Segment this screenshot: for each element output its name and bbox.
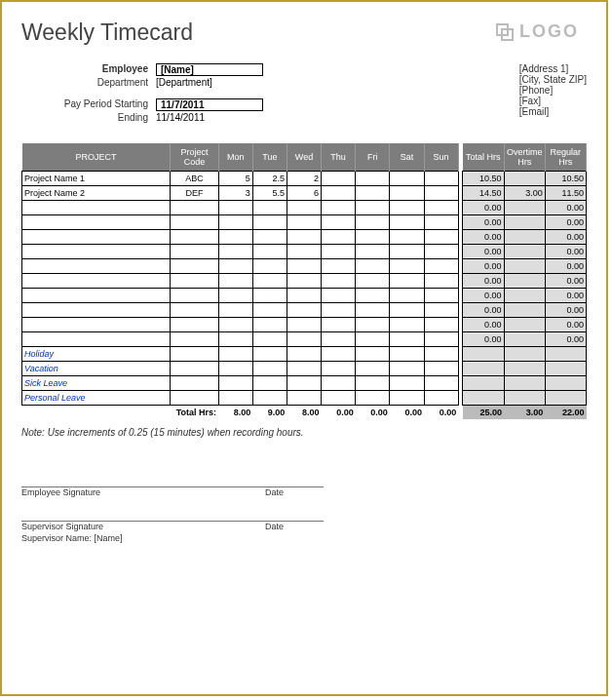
cell-hours[interactable]	[356, 391, 390, 406]
cell-hours[interactable]	[356, 274, 390, 289]
cell-project-name[interactable]	[22, 332, 171, 347]
cell-hours[interactable]	[322, 347, 356, 362]
cell-hours[interactable]	[218, 376, 252, 391]
cell-project-name[interactable]	[22, 289, 171, 303]
cell-hours[interactable]	[252, 215, 287, 230]
cell-hours[interactable]	[218, 201, 252, 215]
cell-hours[interactable]: 5.5	[252, 186, 287, 201]
cell-hours[interactable]	[252, 230, 287, 245]
cell-hours[interactable]	[287, 215, 321, 230]
cell-overtime[interactable]	[504, 332, 545, 347]
cell-project-code[interactable]	[171, 215, 218, 230]
cell-hours[interactable]	[424, 391, 458, 406]
cell-hours[interactable]	[322, 186, 356, 201]
cell-hours[interactable]	[424, 332, 458, 347]
cell-project-name[interactable]	[22, 259, 171, 274]
cell-project-name[interactable]	[22, 230, 171, 245]
cell-project-name[interactable]	[22, 245, 171, 259]
cell-hours[interactable]	[322, 303, 356, 318]
supervisor-signature-line[interactable]: Supervisor Signature Date	[21, 521, 324, 531]
cell-overtime[interactable]	[504, 259, 545, 274]
cell-hours[interactable]	[218, 318, 252, 332]
cell-hours[interactable]	[390, 201, 424, 215]
cell-hours[interactable]	[390, 362, 424, 376]
cell-overtime[interactable]	[504, 172, 545, 186]
cell-hours[interactable]	[356, 172, 390, 186]
cell-hours[interactable]	[322, 245, 356, 259]
cell-hours[interactable]	[322, 172, 356, 186]
cell-hours[interactable]	[252, 245, 287, 259]
cell-hours[interactable]	[252, 376, 287, 391]
cell-project-code[interactable]	[171, 245, 218, 259]
cell-overtime[interactable]	[504, 245, 545, 259]
cell-hours[interactable]	[390, 186, 424, 201]
cell-hours[interactable]	[322, 318, 356, 332]
cell-project-code[interactable]	[171, 362, 218, 376]
cell-hours[interactable]	[218, 259, 252, 274]
cell-hours[interactable]	[390, 245, 424, 259]
cell-hours[interactable]	[322, 332, 356, 347]
cell-hours[interactable]	[252, 274, 287, 289]
cell-hours[interactable]	[356, 289, 390, 303]
cell-hours[interactable]	[424, 259, 458, 274]
cell-hours[interactable]	[390, 259, 424, 274]
cell-project-code[interactable]	[171, 201, 218, 215]
cell-hours[interactable]	[218, 303, 252, 318]
cell-hours[interactable]	[218, 347, 252, 362]
cell-hours[interactable]	[356, 230, 390, 245]
cell-hours[interactable]	[390, 230, 424, 245]
cell-project-name[interactable]	[22, 274, 171, 289]
cell-hours[interactable]	[287, 376, 321, 391]
cell-overtime[interactable]	[504, 376, 545, 391]
cell-hours[interactable]	[218, 391, 252, 406]
cell-hours[interactable]	[252, 318, 287, 332]
cell-hours[interactable]	[287, 289, 321, 303]
cell-hours[interactable]	[322, 362, 356, 376]
cell-hours[interactable]	[287, 230, 321, 245]
cell-project-code[interactable]	[171, 230, 218, 245]
cell-project-code[interactable]: ABC	[171, 172, 218, 186]
cell-hours[interactable]	[424, 215, 458, 230]
cell-project-name[interactable]	[22, 201, 171, 215]
cell-overtime[interactable]	[504, 289, 545, 303]
cell-hours[interactable]	[390, 376, 424, 391]
cell-hours[interactable]	[287, 201, 321, 215]
cell-hours[interactable]	[424, 186, 458, 201]
cell-hours[interactable]	[424, 362, 458, 376]
cell-hours[interactable]	[424, 274, 458, 289]
cell-hours[interactable]	[356, 215, 390, 230]
cell-hours[interactable]	[424, 245, 458, 259]
cell-hours[interactable]	[356, 201, 390, 215]
cell-hours[interactable]	[390, 172, 424, 186]
cell-hours[interactable]	[356, 303, 390, 318]
cell-overtime[interactable]: 3.00	[504, 186, 545, 201]
cell-hours[interactable]	[356, 259, 390, 274]
cell-hours[interactable]	[424, 318, 458, 332]
cell-hours[interactable]	[252, 362, 287, 376]
cell-hours[interactable]	[252, 201, 287, 215]
cell-hours[interactable]	[218, 362, 252, 376]
cell-hours[interactable]	[424, 303, 458, 318]
cell-hours[interactable]	[287, 303, 321, 318]
cell-hours[interactable]	[390, 318, 424, 332]
cell-hours[interactable]	[287, 362, 321, 376]
cell-hours[interactable]	[322, 391, 356, 406]
cell-hours[interactable]	[252, 303, 287, 318]
cell-hours[interactable]	[390, 274, 424, 289]
cell-hours[interactable]	[356, 186, 390, 201]
cell-hours[interactable]	[322, 259, 356, 274]
cell-project-name[interactable]	[22, 215, 171, 230]
cell-hours[interactable]	[424, 230, 458, 245]
cell-hours[interactable]	[287, 332, 321, 347]
cell-project-name[interactable]	[22, 318, 171, 332]
cell-hours[interactable]	[218, 332, 252, 347]
cell-hours[interactable]	[218, 230, 252, 245]
cell-hours[interactable]	[218, 215, 252, 230]
cell-hours[interactable]	[252, 347, 287, 362]
cell-hours[interactable]	[424, 289, 458, 303]
cell-hours[interactable]	[322, 376, 356, 391]
cell-hours[interactable]	[356, 245, 390, 259]
cell-project-code[interactable]	[171, 259, 218, 274]
cell-hours[interactable]	[390, 303, 424, 318]
cell-hours[interactable]: 2.5	[252, 172, 287, 186]
